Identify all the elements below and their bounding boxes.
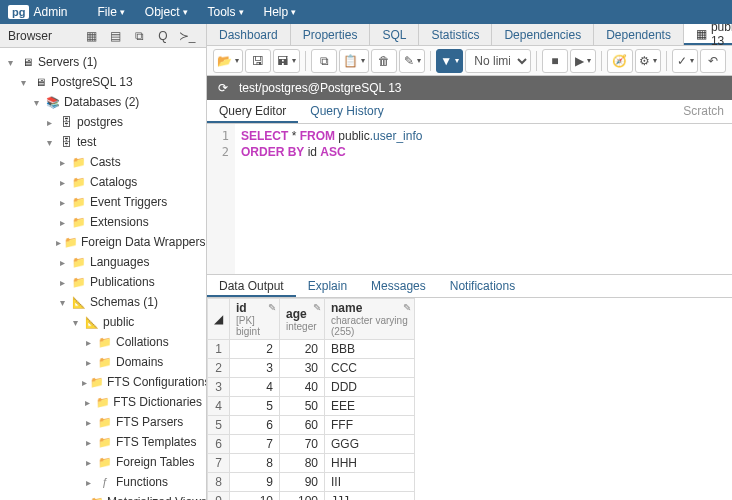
table-row[interactable]: 910100JJJ	[208, 492, 415, 501]
cell-id[interactable]: 3	[230, 359, 280, 378]
filter-button[interactable]: ▼	[436, 49, 463, 73]
table-row[interactable]: 3440DDD	[208, 378, 415, 397]
cell-name[interactable]: III	[325, 473, 415, 492]
open-file-button[interactable]: 📂	[213, 49, 243, 73]
tree-node-languages[interactable]: ▸Languages	[0, 252, 206, 272]
cell-age[interactable]: 50	[280, 397, 325, 416]
tree-toggle-icon[interactable]: ▸	[82, 437, 94, 448]
table-row[interactable]: 6770GGG	[208, 435, 415, 454]
tab-statistics[interactable]: Statistics	[419, 24, 492, 45]
col-header-id[interactable]: id[PK] bigint✎	[230, 299, 280, 340]
cell-age[interactable]: 20	[280, 340, 325, 359]
cell-id[interactable]: 2	[230, 340, 280, 359]
limit-select[interactable]: No limit	[465, 49, 531, 73]
cell-age[interactable]: 80	[280, 454, 325, 473]
cell-id[interactable]: 8	[230, 454, 280, 473]
tree-node-casts[interactable]: ▸Casts	[0, 152, 206, 172]
tree-toggle-icon[interactable]: ▸	[82, 477, 94, 488]
table-row[interactable]: 2330CCC	[208, 359, 415, 378]
table-row[interactable]: 8990III	[208, 473, 415, 492]
edit-button[interactable]: ✎	[399, 49, 425, 73]
table-row[interactable]: 4550EEE	[208, 397, 415, 416]
tab-properties[interactable]: Properties	[291, 24, 371, 45]
tab-data-output[interactable]: Data Output	[207, 275, 296, 297]
tree-node-extensions[interactable]: ▸Extensions	[0, 212, 206, 232]
tree-toggle-icon[interactable]: ▾	[69, 317, 81, 328]
browser-search-icon[interactable]: Q	[152, 26, 174, 46]
tree-toggle-icon[interactable]: ▸	[82, 337, 94, 348]
tab-dependents[interactable]: Dependents	[594, 24, 684, 45]
tab-query-editor[interactable]: Query Editor	[207, 100, 298, 123]
tree-node-fts-templates[interactable]: ▸FTS Templates	[0, 432, 206, 452]
menu-help[interactable]: Help	[254, 5, 307, 19]
cell-id[interactable]: 10	[230, 492, 280, 501]
tree-toggle-icon[interactable]: ▸	[56, 157, 68, 168]
tab-dashboard[interactable]: Dashboard	[207, 24, 291, 45]
tree-node-collations[interactable]: ▸Collations	[0, 332, 206, 352]
tree-node-domains[interactable]: ▸Domains	[0, 352, 206, 372]
tree-node-postgres[interactable]: ▸postgres	[0, 112, 206, 132]
explain-analyze-button[interactable]: ⚙	[635, 49, 661, 73]
table-row[interactable]: 5660FFF	[208, 416, 415, 435]
tree-node-fts-dict[interactable]: ▸FTS Dictionaries	[0, 392, 206, 412]
cell-name[interactable]: EEE	[325, 397, 415, 416]
rollback-button[interactable]: ↶	[700, 49, 726, 73]
col-header-age[interactable]: ageinteger✎	[280, 299, 325, 340]
save-file-button[interactable]: 🖫	[245, 49, 271, 73]
tree-node-mat-views[interactable]: ▸Materialized Views	[0, 492, 206, 500]
tab-dependencies[interactable]: Dependencies	[492, 24, 594, 45]
cell-age[interactable]: 90	[280, 473, 325, 492]
tree-node-test[interactable]: ▾test	[0, 132, 206, 152]
tree-toggle-icon[interactable]: ▾	[17, 77, 29, 88]
explain-button[interactable]: 🧭	[607, 49, 633, 73]
tab-explain[interactable]: Explain	[296, 275, 359, 297]
tree-toggle-icon[interactable]: ▾	[43, 137, 55, 148]
result-grid[interactable]: ◢ id[PK] bigint✎ ageinteger✎ namecharact…	[207, 298, 732, 500]
cell-id[interactable]: 5	[230, 397, 280, 416]
edit-column-icon[interactable]: ✎	[268, 302, 276, 313]
col-header-name[interactable]: namecharacter varying (255)✎	[325, 299, 415, 340]
sql-editor[interactable]: 12 SELECT * FROM public.user_info ORDER …	[207, 124, 732, 274]
tree-toggle-icon[interactable]: ▾	[4, 57, 16, 68]
tab-query-history[interactable]: Query History	[298, 100, 395, 123]
tree-node-databases[interactable]: ▾Databases (2)	[0, 92, 206, 112]
edit-column-icon[interactable]: ✎	[403, 302, 411, 313]
copy-button[interactable]: ⧉	[311, 49, 337, 73]
cell-name[interactable]: BBB	[325, 340, 415, 359]
delete-row-button[interactable]: 🗑	[371, 49, 397, 73]
cell-id[interactable]: 6	[230, 416, 280, 435]
cell-name[interactable]: GGG	[325, 435, 415, 454]
stop-button[interactable]: ■	[542, 49, 568, 73]
tab-query-tool[interactable]: ▦public.user_info/test/postgres@PostgreS…	[684, 24, 732, 45]
cell-id[interactable]: 4	[230, 378, 280, 397]
cell-age[interactable]: 40	[280, 378, 325, 397]
tree-node-fts-conf[interactable]: ▸FTS Configurations	[0, 372, 206, 392]
tab-notifications[interactable]: Notifications	[438, 275, 527, 297]
cell-age[interactable]: 100	[280, 492, 325, 501]
tree-node-event-triggers[interactable]: ▸Event Triggers	[0, 192, 206, 212]
tree-node-functions[interactable]: ▸Functions	[0, 472, 206, 492]
tree-node-schemas[interactable]: ▾Schemas (1)	[0, 292, 206, 312]
tree-node-servers[interactable]: ▾Servers (1)	[0, 52, 206, 72]
cell-name[interactable]: HHH	[325, 454, 415, 473]
cell-age[interactable]: 30	[280, 359, 325, 378]
browser-terminal-icon[interactable]: ≻_	[176, 26, 198, 46]
tree-node-public[interactable]: ▾public	[0, 312, 206, 332]
tree-toggle-icon[interactable]: ▸	[82, 357, 94, 368]
cell-name[interactable]: JJJ	[325, 492, 415, 501]
tree-node-fdw[interactable]: ▸Foreign Data Wrappers	[0, 232, 206, 252]
table-row[interactable]: 1220BBB	[208, 340, 415, 359]
browser-dashboard-icon[interactable]: ▦	[80, 26, 102, 46]
cell-name[interactable]: FFF	[325, 416, 415, 435]
tree-node-fts-parsers[interactable]: ▸FTS Parsers	[0, 412, 206, 432]
table-row[interactable]: 7880HHH	[208, 454, 415, 473]
tree-node-pg13[interactable]: ▾PostgreSQL 13	[0, 72, 206, 92]
tree-toggle-icon[interactable]: ▸	[56, 257, 68, 268]
tree-toggle-icon[interactable]: ▸	[43, 117, 55, 128]
tree-toggle-icon[interactable]: ▸	[56, 177, 68, 188]
tab-sql[interactable]: SQL	[370, 24, 419, 45]
commit-button[interactable]: ✓	[672, 49, 698, 73]
cell-id[interactable]: 9	[230, 473, 280, 492]
cell-name[interactable]: DDD	[325, 378, 415, 397]
tree-node-publications[interactable]: ▸Publications	[0, 272, 206, 292]
